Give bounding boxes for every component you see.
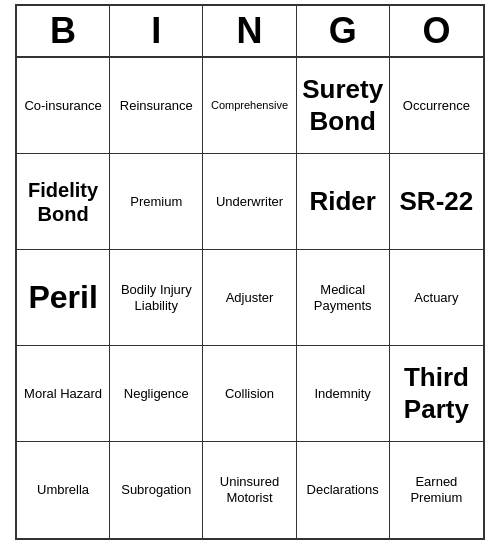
bingo-cell: Uninsured Motorist bbox=[203, 442, 296, 538]
bingo-letter: O bbox=[390, 6, 483, 56]
bingo-cell: Indemnity bbox=[297, 346, 390, 442]
bingo-letter: B bbox=[17, 6, 110, 56]
bingo-cell: Premium bbox=[110, 154, 203, 250]
bingo-cell: Adjuster bbox=[203, 250, 296, 346]
bingo-cell: Surety Bond bbox=[297, 58, 390, 154]
bingo-cell: Comprehensive bbox=[203, 58, 296, 154]
bingo-cell: Co-insurance bbox=[17, 58, 110, 154]
bingo-cell: SR-22 bbox=[390, 154, 483, 250]
bingo-cell: Medical Payments bbox=[297, 250, 390, 346]
bingo-cell: Underwriter bbox=[203, 154, 296, 250]
bingo-cell: Peril bbox=[17, 250, 110, 346]
bingo-cell: Actuary bbox=[390, 250, 483, 346]
bingo-letter: G bbox=[297, 6, 390, 56]
bingo-cell: Negligence bbox=[110, 346, 203, 442]
bingo-cell: Rider bbox=[297, 154, 390, 250]
bingo-cell: Moral Hazard bbox=[17, 346, 110, 442]
bingo-header: BINGO bbox=[17, 6, 483, 58]
bingo-cell: Umbrella bbox=[17, 442, 110, 538]
bingo-letter: N bbox=[203, 6, 296, 56]
bingo-card: BINGO Co-insuranceReinsuranceComprehensi… bbox=[15, 4, 485, 540]
bingo-cell: Collision bbox=[203, 346, 296, 442]
bingo-cell: Third Party bbox=[390, 346, 483, 442]
bingo-letter: I bbox=[110, 6, 203, 56]
bingo-cell: Reinsurance bbox=[110, 58, 203, 154]
bingo-cell: Bodily Injury Liability bbox=[110, 250, 203, 346]
bingo-grid: Co-insuranceReinsuranceComprehensiveSure… bbox=[17, 58, 483, 538]
bingo-cell: Fidelity Bond bbox=[17, 154, 110, 250]
bingo-cell: Occurrence bbox=[390, 58, 483, 154]
bingo-cell: Subrogation bbox=[110, 442, 203, 538]
bingo-cell: Declarations bbox=[297, 442, 390, 538]
bingo-cell: Earned Premium bbox=[390, 442, 483, 538]
